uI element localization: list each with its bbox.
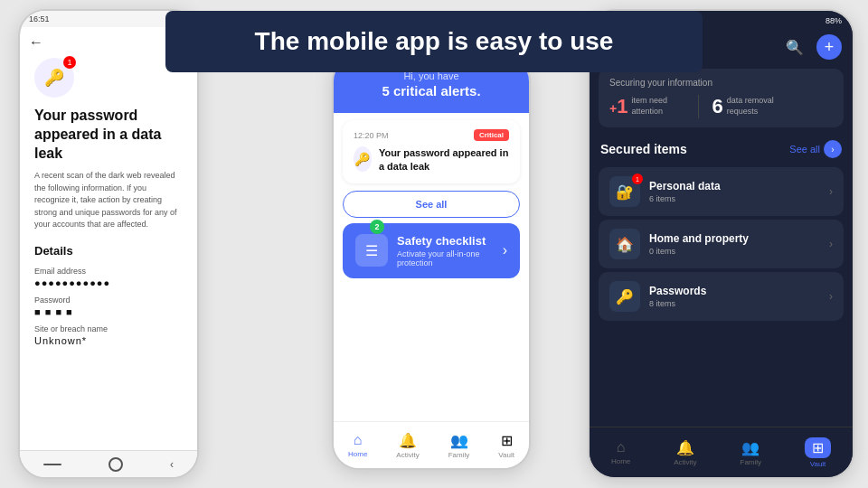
nav-activity-label-right: Activity	[674, 458, 696, 466]
attention-num: +1	[609, 95, 627, 118]
vault-icon-right: ⊞	[812, 439, 824, 456]
checklist-icon: ☰	[355, 234, 388, 267]
nav-activity-label-mid: Activity	[396, 451, 419, 459]
details-title: Details	[34, 244, 183, 258]
home-count: 0 items	[649, 247, 749, 256]
nav-vault-label-mid: Vault	[498, 451, 514, 459]
nav-activity-mid[interactable]: 🔔 Activity	[396, 432, 419, 459]
family-icon-right: 👥	[741, 439, 760, 456]
card-time: 12:20 PM	[354, 131, 389, 140]
removal-num: 6	[712, 95, 722, 118]
bottom-nav-mid: ⌂ Home 🔔 Activity 👥 Family ⊞ Vault	[334, 421, 529, 468]
password-value: ■ ■ ■ ■	[34, 306, 183, 317]
securing-title: Securing your information	[609, 78, 833, 88]
nav-vault-mid[interactable]: ⊞ Vault	[498, 432, 514, 459]
attention-desc: item need attention	[631, 96, 685, 117]
see-all-label-right: See all	[789, 144, 820, 155]
activity-icon-mid: 🔔	[399, 432, 417, 449]
passwords-count: 8 items	[649, 299, 706, 308]
checklist-arrow-icon: ›	[503, 242, 507, 258]
description: A recent scan of the dark web revealed t…	[34, 170, 183, 231]
nav-home-mid[interactable]: ⌂ Home	[348, 432, 367, 458]
see-all-link-right[interactable]: See all ›	[789, 140, 842, 158]
card-icon: 🔑	[354, 146, 372, 172]
banner: The mobile app is easy to use	[165, 11, 703, 72]
securing-section: Securing your information +1 item need a…	[599, 69, 844, 127]
password-label: Password	[34, 296, 183, 305]
nav-home-right[interactable]: ⌂ Home	[611, 439, 630, 465]
nav-home-label-mid: Home	[348, 450, 367, 458]
nav-family-right[interactable]: 👥 Family	[741, 439, 762, 466]
checklist-text: Safety checklist Activate your all-in-on…	[388, 234, 503, 267]
left-content: 🔑 1 Your password appeared in a data lea…	[20, 58, 197, 368]
critical-badge: Critical	[474, 129, 509, 141]
home-name: Home and property	[649, 232, 749, 245]
secured-header: Secured items See all ›	[590, 135, 853, 164]
checklist-card[interactable]: 2 ☰ Safety checklist Activate your all-i…	[343, 223, 520, 278]
personal-data-icon: 🔐 1	[609, 176, 640, 207]
email-value: ●●●●●●●●●●●	[34, 277, 183, 288]
nav-line	[43, 464, 61, 465]
personal-info: Personal data 6 items	[649, 180, 721, 203]
item-row-personal[interactable]: 🔐 1 Personal data 6 items ›	[599, 167, 844, 216]
personal-name: Personal data	[649, 180, 721, 192]
banner-text: The mobile app is easy to use	[255, 27, 614, 55]
nav-vault-right[interactable]: ⊞ Vault	[805, 437, 831, 468]
battery-right: 88%	[826, 16, 842, 25]
card-body: 🔑 Your password appeared in a data leak	[354, 146, 509, 174]
nav-family-label-mid: Family	[448, 451, 470, 459]
home-property-icon: 🏠	[609, 229, 640, 259]
card-header: 12:20 PM Critical	[354, 129, 509, 141]
home-icon-mid: ⌂	[354, 432, 363, 448]
site-value: Unknown*	[34, 335, 183, 346]
personal-count: 6 items	[649, 194, 721, 203]
alert-icon: 🔑 1	[34, 58, 74, 98]
nav-circle	[108, 457, 123, 472]
items-need-attention: +1 item need attention	[609, 95, 685, 118]
checklist-subtitle: Activate your all-in-one protection	[397, 249, 503, 267]
securing-row: +1 item need attention 6 data removal re…	[609, 95, 833, 118]
phone-right: 16:51 88% 🔍 + Securing your information …	[588, 9, 854, 479]
main-title: Your password appeared in a data leak	[34, 107, 183, 163]
checklist-badge: 2	[370, 220, 384, 234]
email-label: Email address	[34, 267, 183, 276]
checklist-title: Safety checklist	[397, 234, 503, 248]
time-left: 16:51	[29, 14, 50, 23]
search-button-right[interactable]: 🔍	[782, 34, 807, 60]
nav-family-label-right: Family	[741, 458, 762, 466]
item-row-home[interactable]: 🏠 Home and property 0 items ›	[599, 220, 844, 268]
alert-badge: 1	[63, 56, 76, 69]
home-chevron-icon: ›	[829, 238, 833, 250]
item-left-home: 🏠 Home and property 0 items	[609, 229, 749, 259]
add-button-right[interactable]: +	[816, 34, 842, 60]
home-icon-right: ⌂	[617, 439, 626, 455]
see-all-button[interactable]: See all	[343, 191, 520, 218]
bottom-nav-right: ⌂ Home 🔔 Activity 👥 Family ⊞ Vault	[590, 427, 853, 477]
data-removal: 6 data removal requests	[712, 95, 780, 118]
passwords-icon: 🔑	[609, 281, 640, 312]
alert-card[interactable]: 12:20 PM Critical 🔑 Your password appear…	[343, 120, 520, 183]
home-info: Home and property 0 items	[649, 232, 749, 256]
item-row-passwords[interactable]: 🔑 Passwords 8 items ›	[599, 272, 844, 321]
nav-chevron-left: ‹	[170, 458, 174, 471]
gesture-nav-left: ‹	[20, 450, 197, 477]
securing-divider	[698, 95, 699, 118]
alerts-count: 5 critical alerts.	[346, 83, 516, 99]
item-left-personal: 🔐 1 Personal data 6 items	[609, 176, 721, 207]
see-all-circle: ›	[824, 140, 842, 158]
passwords-chevron-icon: ›	[829, 290, 833, 303]
vault-icon-mid: ⊞	[501, 432, 513, 449]
secured-title: Secured items	[600, 142, 687, 156]
activity-icon-right: 🔔	[676, 439, 694, 456]
nav-vault-label-right: Vault	[810, 460, 826, 468]
nav-home-label-right: Home	[611, 457, 630, 465]
nav-family-mid[interactable]: 👥 Family	[448, 432, 470, 459]
nav-activity-right[interactable]: 🔔 Activity	[674, 439, 696, 466]
passwords-info: Passwords 8 items	[649, 285, 706, 308]
site-label: Site or breach name	[34, 324, 183, 333]
passwords-name: Passwords	[649, 285, 706, 297]
personal-badge: 1	[632, 174, 643, 184]
removal-desc: data removal requests	[727, 96, 781, 117]
card-text: Your password appeared in a data leak	[379, 146, 509, 174]
personal-chevron-icon: ›	[829, 185, 833, 198]
